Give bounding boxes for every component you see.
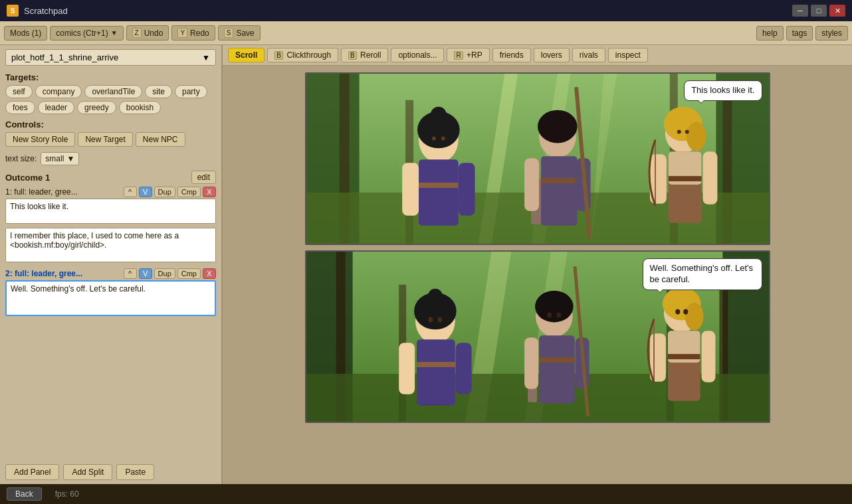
panel-2-dup-button[interactable]: Dup <box>154 268 175 279</box>
svg-rect-37 <box>702 151 717 205</box>
svg-point-55 <box>437 317 442 322</box>
outcome-title: Outcome 1 <box>5 173 50 183</box>
panel-2-down-button[interactable]: V <box>139 268 152 279</box>
reroll-button[interactable]: B Reroll <box>341 48 388 62</box>
speech-text-2: Well. Something's off. Let's be careful. <box>650 263 754 284</box>
targets-container: self company overlandTile site party foe… <box>5 85 216 114</box>
close-button[interactable]: ✕ <box>829 5 845 17</box>
redo-label: Redo <box>190 29 209 38</box>
lovers-button[interactable]: lovers <box>534 48 570 62</box>
panel-item-1: 1: full: leader, gree... ^ V Dup Cmp X T… <box>5 187 216 264</box>
svg-rect-19 <box>458 163 475 216</box>
target-self[interactable]: self <box>5 85 33 98</box>
panel-1-cmp-button[interactable]: Cmp <box>177 187 201 197</box>
add-split-button[interactable]: Add Split <box>63 464 112 480</box>
scroll-button[interactable]: Scroll <box>228 48 265 62</box>
comics-button[interactable]: comics (Ctr+1) ▼ <box>50 26 123 41</box>
panel-1-text2[interactable]: I remember this place, I used to come he… <box>5 228 216 262</box>
comic-area[interactable]: This looks like it. <box>223 66 852 484</box>
svg-point-23 <box>538 110 578 143</box>
controls-label: Controls: <box>5 120 216 129</box>
panel-2-up-button[interactable]: ^ <box>124 268 137 279</box>
svg-rect-60 <box>538 357 574 363</box>
statusbar: Back fps: 60 <box>0 484 852 504</box>
styles-button[interactable]: styles <box>815 26 848 41</box>
svg-point-64 <box>556 312 561 317</box>
dropdown-row: plot_hotf_1_1_shrine_arrive ▼ <box>0 45 221 70</box>
inspect-button[interactable]: inspect <box>608 48 648 62</box>
panel-2-text1[interactable]: Well. Something's off. Let's be careful. <box>5 280 216 316</box>
friends-button[interactable]: friends <box>492 48 531 62</box>
panel-1-x-button[interactable]: X <box>203 187 216 197</box>
targets-section: Targets: self company overlandTile site … <box>0 70 221 117</box>
mods-label: Mods (1) <box>10 29 41 38</box>
titlebar-title: Scratchpad <box>24 6 68 16</box>
new-story-role-button[interactable]: New Story Role <box>5 132 75 147</box>
menu-group-right: help tags styles <box>756 26 848 41</box>
svg-rect-57 <box>455 343 471 394</box>
svg-rect-65 <box>524 337 538 389</box>
optionals-button[interactable]: optionals... <box>391 48 444 62</box>
panel-2-cmp-button[interactable]: Cmp <box>177 268 201 279</box>
scene-dropdown[interactable]: plot_hotf_1_1_shrine_arrive ▼ <box>5 49 216 66</box>
target-company[interactable]: company <box>35 85 82 98</box>
target-foes[interactable]: foes <box>5 101 35 114</box>
help-button[interactable]: help <box>756 26 784 41</box>
new-target-button[interactable]: New Target <box>78 132 132 147</box>
target-greedy[interactable]: greedy <box>77 101 116 114</box>
redo-shortcut: Y <box>177 28 187 38</box>
panel-row-2: 2: full: leader, gree... ^ V Dup Cmp X <box>5 268 216 279</box>
scene-name: plot_hotf_1_1_shrine_arrive <box>11 52 118 62</box>
undo-button[interactable]: Z Undo <box>126 25 169 41</box>
rp-button[interactable]: R +RP <box>447 48 489 62</box>
textsize-label: text size: <box>5 154 37 163</box>
panel-2-x-button[interactable]: X <box>203 268 216 279</box>
add-panel-button[interactable]: Add Panel <box>5 464 59 480</box>
svg-rect-50 <box>417 339 455 405</box>
panel-1-up-button[interactable]: ^ <box>124 187 137 197</box>
controls-section: Controls: New Story Role New Target New … <box>0 117 221 149</box>
back-button[interactable]: Back <box>7 487 42 501</box>
svg-point-54 <box>428 317 433 322</box>
panel-1-down-button[interactable]: V <box>139 187 152 197</box>
toolbar: Scroll B Clickthrough B Reroll optionals… <box>223 45 852 66</box>
dropdown-arrow: ▼ <box>202 53 210 62</box>
panel-1-dup-button[interactable]: Dup <box>154 187 175 197</box>
minimize-button[interactable]: ─ <box>792 5 808 17</box>
bottom-buttons: Add Panel Add Split Paste <box>0 460 221 484</box>
clickthrough-button[interactable]: B Clickthrough <box>267 48 338 62</box>
svg-rect-56 <box>399 343 415 394</box>
panel-1-text1[interactable]: This looks like it. <box>5 199 216 224</box>
rp-kb: R <box>454 51 463 60</box>
mods-button[interactable]: Mods (1) <box>4 26 47 41</box>
panel-2-label: 2: full: leader, gree... <box>5 269 122 278</box>
tags-button[interactable]: tags <box>786 26 813 41</box>
titlebar-left: S Scratchpad <box>7 5 68 17</box>
svg-rect-21 <box>540 156 577 225</box>
svg-point-73 <box>685 303 703 331</box>
svg-point-63 <box>547 312 552 317</box>
new-npc-button[interactable]: New NPC <box>136 132 185 147</box>
target-leader[interactable]: leader <box>38 101 74 114</box>
textsize-select[interactable]: small ▼ <box>41 152 79 165</box>
svg-rect-51 <box>417 362 455 367</box>
edit-button[interactable]: edit <box>191 171 216 184</box>
paste-button[interactable]: Paste <box>116 464 154 480</box>
titlebar-controls: ─ □ ✕ <box>792 5 845 17</box>
textsize-row: text size: small ▼ <box>0 149 221 168</box>
svg-point-61 <box>535 291 574 323</box>
rp-label: +RP <box>467 50 482 60</box>
target-site[interactable]: site <box>145 85 172 98</box>
maximize-button[interactable]: □ <box>811 5 827 17</box>
reroll-label: Reroll <box>360 50 381 60</box>
left-panel: plot_hotf_1_1_shrine_arrive ▼ Targets: s… <box>0 45 223 484</box>
target-overlandtile[interactable]: overlandTile <box>84 85 142 98</box>
target-bookish[interactable]: bookish <box>119 101 161 114</box>
svg-rect-22 <box>540 178 577 183</box>
svg-rect-13 <box>419 183 459 188</box>
save-button[interactable]: S Save <box>218 25 261 41</box>
redo-button[interactable]: Y Redo <box>171 25 215 41</box>
rivals-button[interactable]: rivals <box>572 48 605 62</box>
svg-point-75 <box>683 309 688 314</box>
target-party[interactable]: party <box>175 85 207 98</box>
